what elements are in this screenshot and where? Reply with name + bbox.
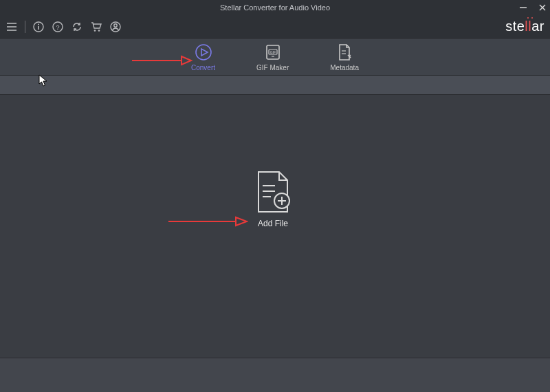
tab-label: Convert <box>191 64 215 72</box>
metadata-icon <box>335 43 354 62</box>
info-icon[interactable] <box>32 21 45 33</box>
window-controls <box>518 0 547 15</box>
tab-gif-maker[interactable]: GIF GIF Maker <box>256 43 289 72</box>
svg-point-11 <box>94 30 96 32</box>
svg-marker-16 <box>201 49 208 56</box>
bottom-bar <box>0 358 550 392</box>
menu-bar-left: ? <box>6 21 122 33</box>
tab-convert[interactable]: Convert <box>191 43 215 72</box>
title-bar: Stellar Converter for Audio Video <box>0 0 550 15</box>
svg-point-7 <box>38 23 39 25</box>
add-file-label: Add File <box>258 219 288 228</box>
minimize-icon[interactable] <box>518 3 528 12</box>
workspace: Add File <box>0 95 550 358</box>
refresh-icon[interactable] <box>71 21 83 33</box>
brand-logo: stellar <box>505 19 544 34</box>
svg-point-12 <box>98 30 100 32</box>
divider <box>25 21 25 33</box>
sub-bar <box>0 76 550 95</box>
close-icon[interactable] <box>538 3 547 12</box>
tab-bar: Convert GIF GIF Maker Metadata <box>0 39 550 76</box>
menu-bar: ? stellar <box>0 15 550 39</box>
tab-metadata[interactable]: Metadata <box>330 43 359 72</box>
app-title: Stellar Converter for Audio Video <box>220 3 330 12</box>
add-file-button[interactable]: Add File <box>254 171 292 228</box>
add-file-icon <box>254 171 292 213</box>
svg-point-15 <box>196 45 211 60</box>
gif-icon: GIF <box>263 43 283 62</box>
help-icon[interactable]: ? <box>52 21 64 33</box>
cart-icon[interactable] <box>90 21 102 33</box>
hamburger-icon[interactable] <box>6 21 18 33</box>
tab-label: Metadata <box>330 64 359 72</box>
svg-point-14 <box>114 23 117 26</box>
svg-text:GIF: GIF <box>270 50 275 54</box>
tab-label: GIF Maker <box>256 64 289 72</box>
svg-text:?: ? <box>56 23 59 30</box>
convert-icon <box>194 43 213 62</box>
account-icon[interactable] <box>109 21 122 33</box>
